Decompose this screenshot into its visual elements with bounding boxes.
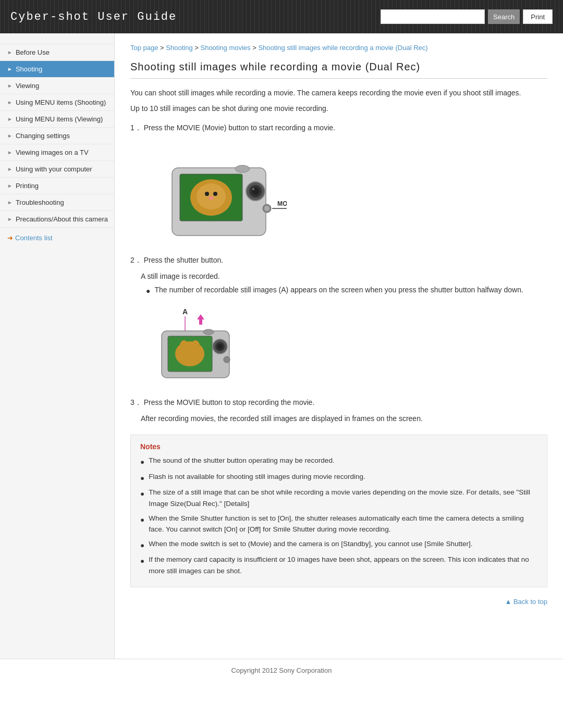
note-item-1: ●Flash is not available for shooting sti… xyxy=(140,471,537,484)
sidebar-arrow: ► xyxy=(7,200,13,205)
svg-marker-26 xyxy=(197,314,204,325)
back-to-top-link[interactable]: Back to top xyxy=(130,598,547,606)
note-bullet: ● xyxy=(140,540,144,551)
note-text: When the Smile Shutter function is set t… xyxy=(149,513,537,535)
sidebar-arrow: ► xyxy=(7,133,13,139)
camera-image-1: MOVIE xyxy=(141,142,287,246)
sidebar-arrow: ► xyxy=(7,166,13,172)
sidebar-item-label: Viewing xyxy=(16,82,39,90)
svg-point-12 xyxy=(252,188,254,190)
sidebar-item-3[interactable]: ►Using MENU items (Shooting) xyxy=(0,94,114,111)
breadcrumb-link-2[interactable]: Shooting movies xyxy=(200,44,250,52)
breadcrumb-link-3[interactable]: Shooting still images while recording a … xyxy=(258,44,427,52)
sidebar-arrow: ► xyxy=(7,66,13,72)
breadcrumb-link-0[interactable]: Top page xyxy=(130,44,158,52)
step-2-text: Press the shutter button. xyxy=(144,256,224,264)
breadcrumb-link-1[interactable]: Shooting xyxy=(166,44,192,52)
note-bullet: ● xyxy=(140,514,144,526)
svg-point-30 xyxy=(224,356,230,363)
header-controls: Search Print xyxy=(381,9,553,24)
step-3-subtext: After recording movies, the recorded sti… xyxy=(141,413,547,424)
step-number: 3． xyxy=(130,398,142,406)
svg-point-25 xyxy=(203,329,214,335)
svg-point-15 xyxy=(235,165,250,172)
sidebar-arrow: ► xyxy=(7,100,13,105)
sidebar-item-6[interactable]: ►Viewing images on a TV xyxy=(0,144,114,161)
intro-line2: Up to 10 still images can be shot during… xyxy=(130,103,547,114)
header: Cyber-shot User Guide Search Print xyxy=(0,0,563,33)
note-item-3: ●When the Smile Shutter function is set … xyxy=(140,513,537,535)
svg-point-14 xyxy=(264,206,270,211)
svg-point-29 xyxy=(217,344,223,349)
sidebar-item-4[interactable]: ►Using MENU items (Viewing) xyxy=(0,111,114,128)
notes-title: Notes xyxy=(140,442,537,451)
breadcrumb-sep: > xyxy=(251,44,259,52)
step-1-text: Press the MOVIE (Movie) button to start … xyxy=(144,124,335,132)
notes-box: Notes ●The sound of the shutter button o… xyxy=(130,435,547,587)
footer: Copyright 2012 Sony Corporation xyxy=(0,659,563,685)
step-2-bullet: ● The number of recordable still images … xyxy=(146,284,547,297)
note-text: The sound of the shutter button operatin… xyxy=(149,455,334,466)
sidebar-arrow: ► xyxy=(7,83,13,89)
page-title: Shooting still images while recording a … xyxy=(130,61,547,79)
main-content: Top page > Shooting > Shooting movies > … xyxy=(115,33,563,659)
sidebar-item-7[interactable]: ►Using with your computer xyxy=(0,161,114,178)
note-bullet: ● xyxy=(140,556,144,567)
breadcrumb: Top page > Shooting > Shooting movies > … xyxy=(130,44,547,52)
note-bullet: ● xyxy=(140,456,144,468)
note-item-0: ●The sound of the shutter button operati… xyxy=(140,455,537,468)
note-bullet: ● xyxy=(140,473,144,484)
note-text: If the memory card capacity is insuffici… xyxy=(149,554,537,576)
note-text: The size of a still image that can be sh… xyxy=(149,487,537,509)
sidebar-arrow: ► xyxy=(7,216,13,222)
print-button[interactable]: Print xyxy=(523,9,553,24)
sidebar-item-label: Precautions/About this camera xyxy=(16,215,108,223)
sidebar-arrow: ► xyxy=(7,50,13,55)
sidebar-item-label: Shooting xyxy=(16,65,42,73)
step-number: 2． xyxy=(130,256,142,264)
layout: ►Before Use►Shooting►Viewing►Using MENU … xyxy=(0,33,563,659)
sidebar-item-label: Changing settings xyxy=(16,132,70,140)
step-3: 3． Press the MOVIE button to stop record… xyxy=(130,397,547,408)
svg-point-22 xyxy=(175,341,204,366)
svg-text:MOVIE: MOVIE xyxy=(277,200,287,207)
step-number: 1． xyxy=(130,124,142,132)
sidebar-item-9[interactable]: ►Troubleshooting xyxy=(0,194,114,211)
sidebar-item-8[interactable]: ►Printing xyxy=(0,178,114,194)
step-2-bullet-text: The number of recordable still images (A… xyxy=(154,284,523,295)
sidebar-item-label: Printing xyxy=(16,182,39,190)
sidebar-item-label: Troubleshooting xyxy=(16,199,64,206)
sidebar-item-label: Using with your computer xyxy=(16,165,92,173)
sidebar-item-1[interactable]: ►Shooting xyxy=(0,61,114,78)
camera-image-2: A xyxy=(141,305,245,388)
notes-list: ●The sound of the shutter button operati… xyxy=(140,455,537,576)
note-text: Flash is not available for shooting stil… xyxy=(149,471,365,483)
svg-point-8 xyxy=(209,196,214,200)
note-item-2: ●The size of a still image that can be s… xyxy=(140,487,537,509)
sidebar: ►Before Use►Shooting►Viewing►Using MENU … xyxy=(0,33,115,659)
search-button[interactable]: Search xyxy=(488,9,520,24)
svg-point-7 xyxy=(213,192,217,196)
contents-list-link[interactable]: ➔Contents list xyxy=(0,228,114,248)
intro-line1: You can shoot still images while recordi… xyxy=(130,87,547,98)
step-3-text: Press the MOVIE button to stop recording… xyxy=(144,398,315,406)
site-title: Cyber-shot User Guide xyxy=(10,10,177,23)
sidebar-item-label: Before Use xyxy=(16,48,50,56)
note-item-4: ●When the mode switch is set to (Movie) … xyxy=(140,538,537,551)
note-bullet: ● xyxy=(140,488,144,500)
search-input[interactable] xyxy=(381,9,485,24)
svg-point-24 xyxy=(191,340,200,351)
sidebar-item-10[interactable]: ►Precautions/About this camera xyxy=(0,211,114,228)
note-item-5: ●If the memory card capacity is insuffic… xyxy=(140,554,537,576)
sidebar-item-5[interactable]: ►Changing settings xyxy=(0,128,114,144)
sidebar-item-label: Viewing images on a TV xyxy=(16,149,89,156)
sidebar-item-0[interactable]: ►Before Use xyxy=(0,44,114,61)
sidebar-item-label: Using MENU items (Viewing) xyxy=(16,115,103,123)
contents-arrow-icon: ➔ xyxy=(7,234,13,242)
step-1: 1． Press the MOVIE (Movie) button to sta… xyxy=(130,122,547,133)
contents-list-label: Contents list xyxy=(15,234,53,242)
bullet-icon: ● xyxy=(146,285,150,297)
sidebar-arrow: ► xyxy=(7,116,13,122)
sidebar-item-2[interactable]: ►Viewing xyxy=(0,78,114,94)
breadcrumb-sep: > xyxy=(193,44,201,52)
